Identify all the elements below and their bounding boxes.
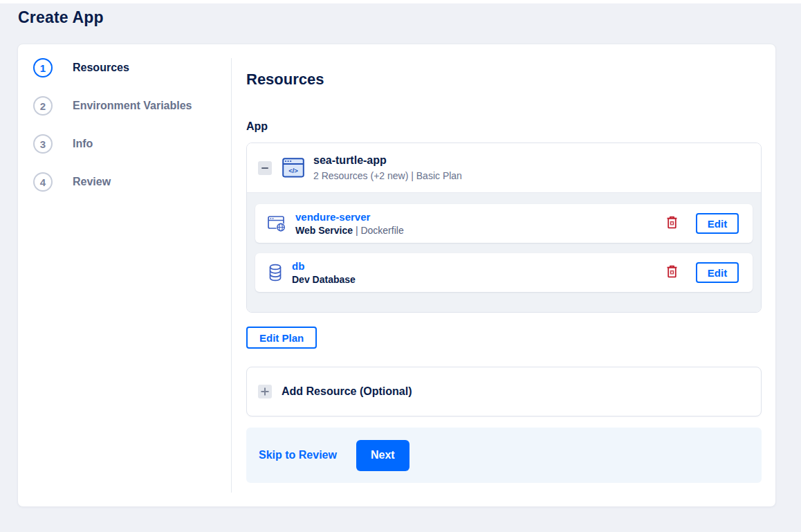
delete-resource-button[interactable] bbox=[665, 264, 679, 282]
resource-type: Web Service bbox=[295, 225, 353, 236]
edit-plan-button[interactable]: Edit Plan bbox=[246, 327, 317, 349]
resource-type: Dev Database bbox=[292, 274, 356, 285]
wizard-footer: Skip to Review Next bbox=[246, 428, 762, 483]
resource-text: vendure-server Web Service | Dockerfile bbox=[295, 211, 404, 237]
step-info[interactable]: 3 Info bbox=[33, 134, 231, 154]
page-header: Create App bbox=[0, 3, 801, 27]
collapse-app-button[interactable] bbox=[258, 161, 272, 175]
step-resources[interactable]: 1 Resources bbox=[33, 58, 231, 77]
plus-icon bbox=[258, 385, 272, 398]
app-window-code-icon: </> bbox=[282, 158, 304, 178]
resource-row-vendure-server: vendure-server Web Service | Dockerfile bbox=[255, 204, 753, 243]
resource-subtitle: Dev Database bbox=[292, 274, 356, 286]
next-button[interactable]: Next bbox=[356, 440, 409, 471]
resource-name-link[interactable]: db bbox=[292, 260, 356, 273]
step-environment-variables[interactable]: 2 Environment Variables bbox=[33, 96, 231, 116]
step-2-circle: 2 bbox=[33, 96, 53, 116]
app-card-header: </> sea-turtle-app 2 Resources (+2 new) … bbox=[247, 143, 761, 192]
step-2-label: Environment Variables bbox=[73, 100, 192, 112]
create-app-card: 1 Resources 2 Environment Variables 3 In… bbox=[17, 44, 776, 507]
resource-subtitle: Web Service | Dockerfile bbox=[295, 225, 404, 237]
app-name: sea-turtle-app bbox=[313, 154, 462, 167]
edit-resource-button[interactable]: Edit bbox=[696, 262, 739, 283]
step-content: Resources App </> bbox=[232, 44, 775, 506]
step-3-circle: 3 bbox=[33, 134, 53, 154]
app-title-block: sea-turtle-app 2 Resources (+2 new) | Ba… bbox=[313, 154, 462, 182]
app-card: </> sea-turtle-app 2 Resources (+2 new) … bbox=[246, 143, 762, 313]
browser-globe-icon bbox=[268, 215, 286, 232]
skip-to-review-link[interactable]: Skip to Review bbox=[259, 449, 337, 461]
step-1-circle: 1 bbox=[33, 58, 53, 77]
add-resource-button[interactable]: Add Resource (Optional) bbox=[246, 367, 762, 416]
trash-icon bbox=[666, 265, 678, 280]
step-4-circle: 4 bbox=[33, 172, 53, 192]
wizard-stepper: 1 Resources 2 Environment Variables 3 In… bbox=[18, 44, 231, 506]
resource-text: db Dev Database bbox=[292, 260, 356, 286]
svg-text:</>: </> bbox=[288, 167, 298, 174]
step-3-label: Info bbox=[73, 138, 93, 150]
step-1-label: Resources bbox=[73, 62, 129, 74]
app-section-label: App bbox=[246, 120, 762, 134]
step-4-label: Review bbox=[73, 176, 111, 188]
app-summary: 2 Resources (+2 new) | Basic Plan bbox=[313, 169, 462, 182]
delete-resource-button[interactable] bbox=[665, 214, 679, 232]
resource-detail: Dockerfile bbox=[360, 225, 403, 236]
database-cylinder-icon bbox=[268, 264, 283, 282]
trash-icon bbox=[666, 216, 678, 231]
add-resource-label: Add Resource (Optional) bbox=[282, 385, 412, 398]
resource-row-db: db Dev Database bbox=[255, 253, 753, 292]
step-review[interactable]: 4 Review bbox=[33, 172, 231, 192]
resource-name-link[interactable]: vendure-server bbox=[295, 211, 404, 223]
content-heading: Resources bbox=[246, 71, 762, 89]
page-title: Create App bbox=[18, 8, 801, 27]
resource-separator: | bbox=[353, 225, 360, 236]
app-card-body: vendure-server Web Service | Dockerfile bbox=[247, 192, 761, 312]
edit-resource-button[interactable]: Edit bbox=[696, 213, 739, 234]
minus-icon bbox=[261, 167, 268, 169]
